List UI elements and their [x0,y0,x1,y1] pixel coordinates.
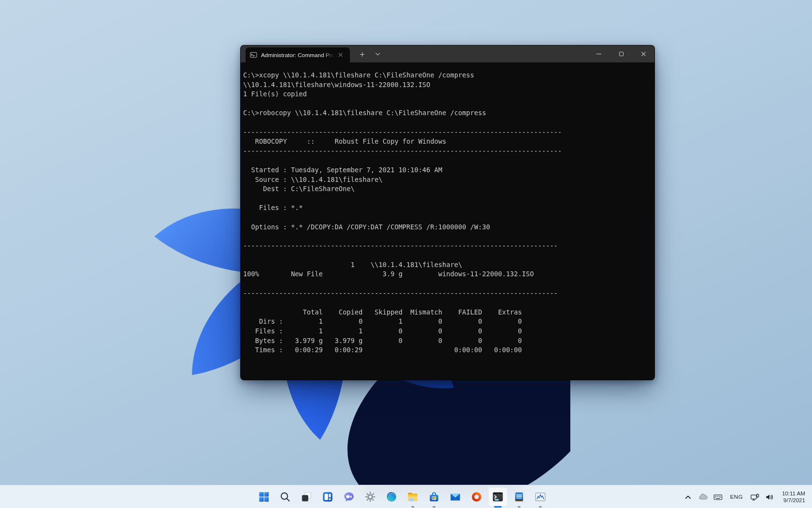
system-tray: ENG 10:11 AM 9/7/2021 [681,485,809,508]
running-indicator [433,506,435,508]
running-indicator [518,506,521,508]
keyboard-icon [713,492,723,502]
network-button[interactable] [747,487,762,507]
network-icon [750,492,760,502]
widgets-icon [321,491,334,503]
windows-logo-icon [258,491,270,503]
minimize-icon [596,54,601,54]
tray-time: 10:11 AM [782,490,805,497]
tab-dropdown-button[interactable] [370,47,385,61]
clock[interactable]: 10:11 AM 9/7/2021 [777,490,809,504]
tray-date: 9/7/2021 [782,497,805,504]
desktop: { "wallpaper": { "name": "windows-11-blo… [0,0,812,508]
close-icon [641,51,646,57]
active-indicator [494,506,502,508]
search-button[interactable] [276,487,295,507]
search-icon [279,491,291,503]
maximize-button[interactable] [610,45,632,62]
office-button[interactable] [467,487,486,507]
task-view-icon [300,491,313,503]
folder-icon [406,491,419,503]
new-tab-button[interactable] [355,47,369,61]
envelope-icon [449,491,462,503]
minimize-button[interactable] [588,45,610,62]
file-explorer-button[interactable] [403,487,422,507]
tray-overflow-button[interactable] [681,487,696,507]
chevron-up-icon [683,492,693,502]
touch-keyboard-button[interactable] [710,487,725,507]
performance-chart-icon [534,491,547,503]
terminal-button[interactable] [488,487,508,507]
terminal-output[interactable]: C:\>xcopy \\10.1.4.181\fileshare C:\File… [241,62,654,380]
chevron-down-icon [375,52,380,56]
volume-button[interactable] [762,487,777,507]
cloud-icon [698,492,708,502]
maximize-icon [619,52,624,56]
edge-icon [385,491,398,503]
terminal-tab[interactable]: Administrator: Command Prompt [246,47,350,62]
notepad-button[interactable] [509,487,529,507]
cmd-icon [250,51,257,59]
store-bag-icon [428,491,440,503]
notepad-icon [513,491,525,503]
store-button[interactable] [424,487,444,507]
running-indicator [411,506,414,508]
taskbar-icon-group [254,485,550,508]
gear-icon [364,491,377,503]
chat-button[interactable] [339,487,359,507]
close-button[interactable] [632,45,654,62]
chat-icon [343,491,355,503]
terminal-window: Administrator: Command Prompt C:\>xcopy … [240,45,655,380]
onedrive-button[interactable] [696,487,710,507]
settings-button[interactable] [361,487,380,507]
task-view-button[interactable] [297,487,316,507]
mail-button[interactable] [446,487,465,507]
start-button[interactable] [254,487,274,507]
task-manager-button[interactable] [531,487,550,507]
taskbar: ENG 10:11 AM 9/7/2021 [0,485,812,508]
edge-button[interactable] [382,487,401,507]
tab-title: Administrator: Command Prompt [261,52,334,59]
window-titlebar[interactable]: Administrator: Command Prompt [241,45,654,62]
tab-close-icon[interactable] [335,50,345,60]
running-indicator [539,506,542,508]
speaker-icon [765,492,775,502]
terminal-icon [492,491,504,503]
language-indicator[interactable]: ENG [725,493,747,500]
office-ring-icon [470,491,483,503]
widgets-button[interactable] [318,487,337,507]
